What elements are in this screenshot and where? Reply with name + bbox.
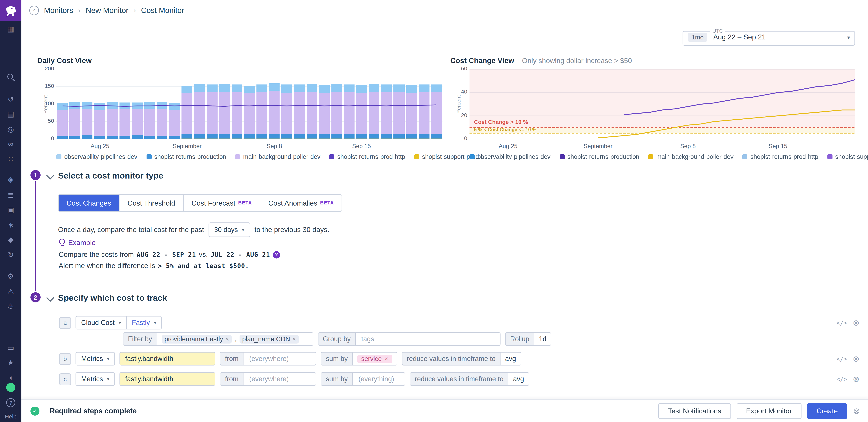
workflows-icon[interactable]: ▭ [6,343,15,352]
from-input-box[interactable] [244,353,316,365]
user-avatar[interactable] [6,383,15,392]
legend-item[interactable]: shopist-returns-prod-http [329,153,405,160]
query-row-a-filters: Filter by providername:Fastly×,plan_name… [123,332,551,346]
remove-row-icon[interactable]: ⊗ [853,354,859,363]
cost-change-plot[interactable]: Cost Change > 10 %5 % < Cost Change <= 1… [469,69,855,139]
from-input[interactable] [248,375,305,384]
remove-row-icon[interactable]: ⊗ [853,375,859,384]
help-icon[interactable]: ? [6,398,15,407]
tab-cost-threshold[interactable]: Cost Threshold [119,195,183,211]
recents-icon[interactable]: ↺ [6,95,15,104]
tab-cost-anomalies[interactable]: Cost AnomaliesBETA [260,195,342,211]
sum-by-box[interactable] [353,373,405,385]
chat-icon[interactable]: ◖ [6,373,15,382]
code-view-icon[interactable]: </> [836,376,847,382]
daily-cost-chart: Daily Cost View Percent 050100150200 Aug… [37,56,446,167]
export-monitor-button[interactable]: Export Monitor [737,403,802,419]
from-input-box[interactable] [244,373,316,385]
remove-filter-icon[interactable]: × [225,336,229,343]
apps-grid-icon[interactable]: ▦ [6,24,15,33]
legend-item[interactable]: observability-pipelines-dev [469,153,551,160]
legend-swatch-icon [56,154,61,159]
dashboards-icon[interactable]: ▤ [6,109,15,118]
metric-input[interactable] [120,352,216,365]
time-range-badge: 1mo [688,33,708,42]
integrations-icon[interactable]: ∷ [6,154,15,163]
synthetics-icon[interactable]: ∗ [6,220,15,229]
breadcrumb-monitors[interactable]: Monitors [44,6,73,14]
rum-icon[interactable]: ▣ [6,205,15,214]
change-y-ticks: 0204060 [453,69,467,139]
code-view-icon[interactable]: </> [836,319,847,326]
help-label: Help [0,413,22,420]
labs-icon[interactable]: ♨ [6,301,15,310]
remove-filter-icon[interactable]: × [292,336,296,343]
metric-input[interactable] [120,372,216,386]
security-icon[interactable]: ◆ [6,235,15,244]
remove-row-icon[interactable]: ⊗ [853,318,859,327]
compare-sentence: Once a day, compare the total cost for t… [58,223,329,237]
legend-item[interactable]: shopist-returns-prod-http [743,153,818,160]
breadcrumb-new-monitor[interactable]: New Monitor [86,6,128,14]
sparkle-icon[interactable]: ★ [6,358,15,367]
filter-chip[interactable]: providername:Fastly× [162,335,232,343]
aggregator-value[interactable]: avg [501,353,521,365]
breadcrumb-cost-monitor[interactable]: Cost Monitor [141,6,184,14]
period-select[interactable]: 30 days ▾ [209,223,250,237]
collapse-step-1-icon[interactable] [46,172,54,180]
cost-change-title: Cost Change View [451,56,514,65]
beta-badge: BETA [320,200,334,205]
legend-item[interactable]: main-background-poller-dev [235,153,320,160]
legend-item[interactable]: shopist-returns-production [146,153,226,160]
rollup-value[interactable]: 1d [534,333,551,345]
aggregator-value[interactable]: avg [508,373,528,385]
watchdog-icon[interactable]: ∞ [6,139,15,148]
settings-icon[interactable]: ⚙ [6,271,15,281]
cost-change-subtitle: Only showing dollar increase > $50 [522,57,632,65]
question-icon[interactable]: ? [273,251,280,258]
create-button[interactable]: Create [807,403,847,419]
daily-cost-plot[interactable] [56,69,442,139]
query-letter-a: a [59,317,71,329]
logs-icon[interactable]: ≣ [6,190,15,199]
help-question-glyph: ? [9,400,12,406]
incidents-icon[interactable]: ⚠ [6,287,15,296]
legend-item[interactable]: main-background-poller-dev [648,153,734,160]
source-select[interactable]: Metrics▾ [76,373,115,385]
datadog-logo[interactable] [0,0,22,22]
legend-item[interactable]: shopist-support-prod [828,153,868,160]
step-connector-line [35,181,36,291]
group-by-input-box[interactable] [355,333,500,345]
time-range-selector[interactable]: UTC 1mo Aug 22 – Sep 21 ▾ [683,28,855,45]
ci-icon[interactable]: ↻ [6,250,15,259]
datadog-logo-icon [4,4,18,18]
source-select[interactable]: Metrics▾ [76,353,115,365]
legend-item[interactable]: shopist-returns-production [559,153,639,160]
filter-chip[interactable]: plan_name:CDN× [239,335,299,343]
code-view-icon[interactable]: </> [836,355,847,362]
collapse-step-2-icon[interactable] [46,294,54,302]
remove-tag-icon[interactable]: × [384,355,388,362]
test-notifications-button[interactable]: Test Notifications [658,403,731,419]
step-2-title: Specify which cost to track [58,293,167,302]
legend-item[interactable]: observability-pipelines-dev [56,153,137,160]
search-icon[interactable] [6,73,15,82]
tab-cost-changes[interactable]: Cost Changes [59,195,119,211]
example-alert-line: Alert me when the difference is > 5% and… [59,262,249,270]
daily-x-ticks: Aug 25SeptemberSep 8Sep 15 [56,141,442,149]
source-select[interactable]: Cloud Cost▾ [76,317,126,329]
from-label: from [221,373,244,385]
filter-input[interactable]: providername:Fastly×,plan_name:CDN× [157,333,313,345]
apm-icon[interactable]: ◈ [6,174,15,184]
sum-by-tag[interactable]: service × [358,355,392,363]
group-by-input[interactable] [360,334,489,344]
success-check-icon: ✓ [30,407,39,415]
monitors-icon[interactable]: ◎ [6,125,15,133]
close-icon[interactable]: ⊗ [853,406,860,416]
from-input[interactable] [248,354,305,363]
sum-by-input[interactable] [358,375,399,384]
provider-select[interactable]: Fastly▾ [126,317,162,329]
tab-cost-forecast[interactable]: Cost ForecastBETA [183,195,260,211]
step-1-badge: 1 [30,170,40,180]
sum-by-box[interactable]: service × [353,353,397,365]
